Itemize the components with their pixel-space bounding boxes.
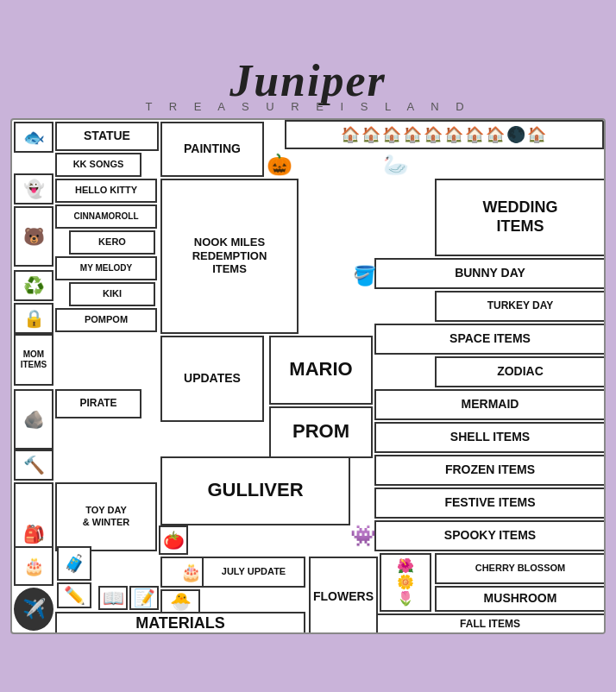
pirate-box: PIRATE <box>55 389 141 418</box>
wedding-label: WEDDINGITEMS <box>483 198 558 236</box>
bunny-day-label: BUNNY DAY <box>455 266 525 280</box>
cinnamoroll-box: CINNAMOROLL <box>55 204 157 229</box>
tomato-icon: 🍅 <box>159 525 188 555</box>
zodiac-box: ZODIAC <box>435 356 606 387</box>
spooky-items-label: SPOOKY ITEMS <box>444 528 536 543</box>
page-container: Juniper T R E A S U R E I S L A N D 🏠🏠🏠🏠… <box>0 50 616 643</box>
flowers-box: FLOWERS <box>309 557 378 634</box>
cinnamoroll-label: CINNAMOROLL <box>74 211 139 222</box>
recycle-icon: ♻️ <box>14 270 53 301</box>
pompom-label: POMPOM <box>85 314 128 325</box>
turkey-day-label: TURKEY DAY <box>487 299 554 311</box>
mermaid-box: MERMAID <box>374 389 606 420</box>
festive-items-label: FESTIVE ITEMS <box>444 495 535 510</box>
mushroom-box: MUSHROOM <box>435 586 606 612</box>
toy-day-label: TOY DAY& WINTER <box>83 505 129 527</box>
hello-kitty-box: HELLO KITTY <box>55 179 157 203</box>
cherry-blossom-box: CHERRY BLOSSOM <box>435 553 606 584</box>
nook-miles-box: NOOK MILESREDEMPTIONITEMS <box>160 179 299 334</box>
hammer-icon: 🔨 <box>14 450 53 481</box>
map-area: 🏠🏠🏠🏠🏠🏠🏠🏠🌑🏠 🐟 👻 🐻 ♻️ 🔒 MOMITEMS 🪨 🔨 🎒 ✈️ <box>10 118 606 634</box>
turkey-day-box: TURKEY DAY <box>435 291 606 322</box>
gulliver-box: GULLIVER <box>160 456 350 525</box>
kk-songs-box: KK SONGS <box>55 153 141 177</box>
spooky-items-box: SPOOKY ITEMS <box>374 520 606 551</box>
painting-label: PAINTING <box>184 142 241 156</box>
mom-items-label: MOMITEMS <box>21 349 47 370</box>
shovel-icon: 🪣 <box>353 265 376 287</box>
mario-label: MARIO <box>289 358 352 381</box>
materials-box: MATERIALS <box>55 612 305 634</box>
mom-items-box: MOMITEMS <box>14 334 53 386</box>
my-melody-label: MY MELODY <box>80 263 132 274</box>
flowers-label: FLOWERS <box>313 589 374 604</box>
statue-label: STATUE <box>84 129 130 143</box>
fall-items-box: FALL ITEMS <box>374 613 606 634</box>
pirate-icon: 🪨 <box>14 389 53 450</box>
lock-icon: 🔒 <box>14 303 53 334</box>
mermaid-label: MERMAID <box>462 397 519 412</box>
mushroom-label: MUSHROOM <box>484 591 557 606</box>
space-items-box: SPACE ITEMS <box>374 324 606 355</box>
chick-icon: 🐣 <box>160 589 200 613</box>
pirate-label: PIRATE <box>79 397 116 409</box>
prom-label: PROM <box>292 420 349 443</box>
kiki-label: KIKI <box>103 288 122 299</box>
frozen-items-box: FROZEN ITEMS <box>374 455 606 486</box>
cake-icon: 🎂 <box>14 546 53 586</box>
nook-miles-label: NOOK MILESREDEMPTIONITEMS <box>192 236 267 276</box>
festive-items-box: FESTIVE ITEMS <box>374 488 606 519</box>
shell-items-box: SHELL ITEMS <box>374 422 606 453</box>
hello-kitty-icon: 🐻 <box>14 206 53 267</box>
page-title: Juniper <box>9 59 607 104</box>
wedding-box: WEDDINGITEMS <box>435 179 606 256</box>
fall-items-label: FALL ITEMS <box>460 618 520 630</box>
my-melody-box: MY MELODY <box>55 256 157 280</box>
july-update-box: JULY UPDATE <box>202 557 305 588</box>
airplane-icon: ✈️ <box>14 588 53 631</box>
cherry-blossom-label: CHERRY BLOSSOM <box>475 563 566 574</box>
ghost-icon: 👻 <box>14 173 53 204</box>
bag-icon: 🧳 <box>57 546 91 581</box>
mario-box: MARIO <box>269 336 373 405</box>
kero-box: KERO <box>69 230 155 255</box>
frozen-items-label: FROZEN ITEMS <box>445 462 535 477</box>
pencil-icon: ✏️ <box>57 582 91 608</box>
flower-icons: 🌺 🌼 🌷 <box>380 553 431 612</box>
spooky-icon: 👾 <box>350 524 376 548</box>
letter-icon: 📝 <box>129 586 159 610</box>
materials-label: MATERIALS <box>135 614 225 633</box>
houses-icons: 🏠🏠🏠🏠🏠🏠🏠🏠🌑🏠 <box>341 125 548 144</box>
fish-icon: 🐟 <box>14 122 53 153</box>
bird-icon: 🦢 <box>383 153 409 177</box>
space-items-label: SPACE ITEMS <box>449 331 531 346</box>
july-update-label: JULY UPDATE <box>222 566 286 577</box>
kk-songs-label: KK SONGS <box>73 159 124 170</box>
shell-items-label: SHELL ITEMS <box>450 430 530 444</box>
bunny-day-box: BUNNY DAY <box>374 258 606 289</box>
kero-label: KERO <box>98 236 126 248</box>
toy-day-box: TOY DAY& WINTER <box>55 482 157 551</box>
updates-label: UPDATES <box>184 371 241 386</box>
pumpkin-icon: 🎃 <box>267 153 292 177</box>
page-subtitle: T R E A S U R E I S L A N D <box>9 100 607 113</box>
houses-section: 🏠🏠🏠🏠🏠🏠🏠🏠🌑🏠 <box>285 120 604 149</box>
gulliver-label: GULLIVER <box>207 479 303 501</box>
header: Juniper T R E A S U R E I S L A N D <box>9 59 607 113</box>
book-icon: 📖 <box>98 586 128 610</box>
painting-box: PAINTING <box>160 122 264 177</box>
kiki-box: KIKI <box>69 282 155 306</box>
pompom-box: POMPOM <box>55 308 157 332</box>
statue-box: STATUE <box>55 122 159 151</box>
prom-box: PROM <box>269 406 373 458</box>
zodiac-label: ZODIAC <box>497 364 544 379</box>
updates-box: UPDATES <box>160 336 264 422</box>
hello-kitty-label: HELLO KITTY <box>75 185 137 196</box>
